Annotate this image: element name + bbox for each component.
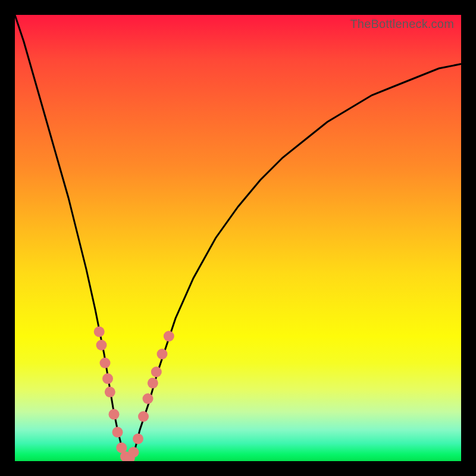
sample-point — [94, 327, 105, 337]
sample-point — [129, 447, 139, 458]
sample-point — [164, 331, 174, 342]
plot-area: TheBottleneck.com — [15, 15, 461, 461]
curve-layer — [15, 15, 461, 461]
sample-point — [112, 427, 123, 437]
sample-point — [148, 378, 158, 389]
sample-point — [157, 349, 168, 359]
sample-point — [143, 393, 154, 404]
sample-point — [100, 358, 111, 368]
sample-point — [96, 340, 107, 350]
sample-point — [138, 411, 149, 422]
bottleneck-curve — [15, 15, 461, 457]
sample-point-markers — [94, 327, 174, 462]
sample-point — [105, 387, 115, 397]
sample-point — [102, 373, 113, 384]
sample-point — [151, 367, 162, 377]
chart-container: TheBottleneck.com — [0, 0, 476, 476]
sample-point — [133, 434, 143, 444]
sample-point — [109, 409, 120, 419]
